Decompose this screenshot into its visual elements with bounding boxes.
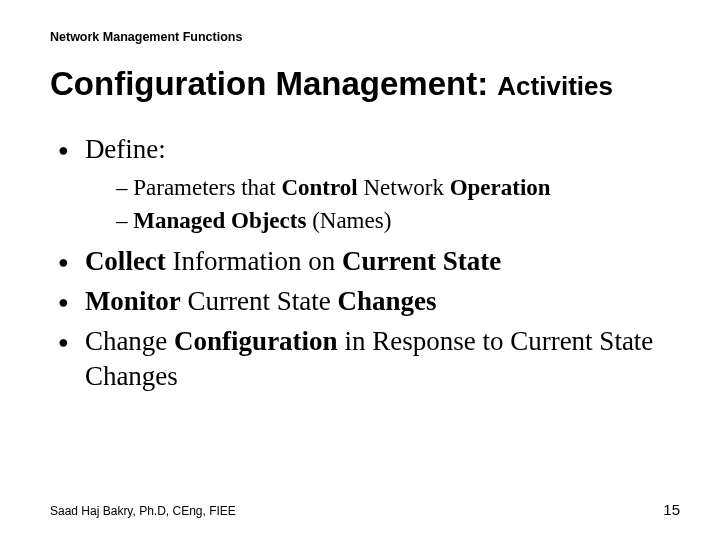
title-main: Configuration Management: [50, 65, 497, 102]
b4-b1: Configuration [174, 326, 338, 356]
bullet-define: ● Define: [58, 132, 680, 168]
subbullet-1: – Parameters that Control Network Operat… [116, 172, 680, 203]
bullet-collect: ● Collect Information on Current State [58, 244, 680, 280]
b3-t1: Current State [181, 286, 338, 316]
b2-t1: Information on [166, 246, 342, 276]
bullet-icon: ● [58, 324, 69, 360]
b3-b1: Monitor [85, 286, 181, 316]
bullet-text: Collect Information on Current State [85, 244, 680, 279]
sb1-pre: – Parameters that [116, 175, 281, 200]
b2-b1: Collect [85, 246, 166, 276]
slide-body: ● Define: – Parameters that Control Netw… [50, 132, 680, 394]
slide-title: Configuration Management: Activities [50, 64, 680, 104]
bullet-change: ● Change Configuration in Response to Cu… [58, 324, 680, 394]
b4-t1: Change [85, 326, 174, 356]
subbullet-2: – Managed Objects (Names) [116, 205, 680, 236]
bullet-monitor: ● Monitor Current State Changes [58, 284, 680, 320]
sb1-mid: Network [358, 175, 450, 200]
slide: Network Management Functions Configurati… [0, 0, 720, 540]
slide-header: Network Management Functions [50, 30, 680, 44]
bullet-icon: ● [58, 244, 69, 280]
sb1-b1: Control [281, 175, 357, 200]
bullet-icon: ● [58, 284, 69, 320]
b3-b2: Changes [338, 286, 437, 316]
bullet-text: Monitor Current State Changes [85, 284, 680, 319]
sb2-pre: – [116, 208, 133, 233]
sb2-post: (Names) [306, 208, 391, 233]
b2-b2: Current State [342, 246, 501, 276]
footer-author: Saad Haj Bakry, Ph.D, CEng, FIEE [50, 504, 236, 518]
page-number: 15 [663, 501, 680, 518]
title-sub: Activities [497, 71, 613, 101]
sb1-b2: Operation [450, 175, 551, 200]
bullet-text: Define: [85, 132, 680, 167]
bullet-text: Change Configuration in Response to Curr… [85, 324, 680, 394]
bullet-icon: ● [58, 132, 69, 168]
sb2-b: Managed Objects [133, 208, 306, 233]
